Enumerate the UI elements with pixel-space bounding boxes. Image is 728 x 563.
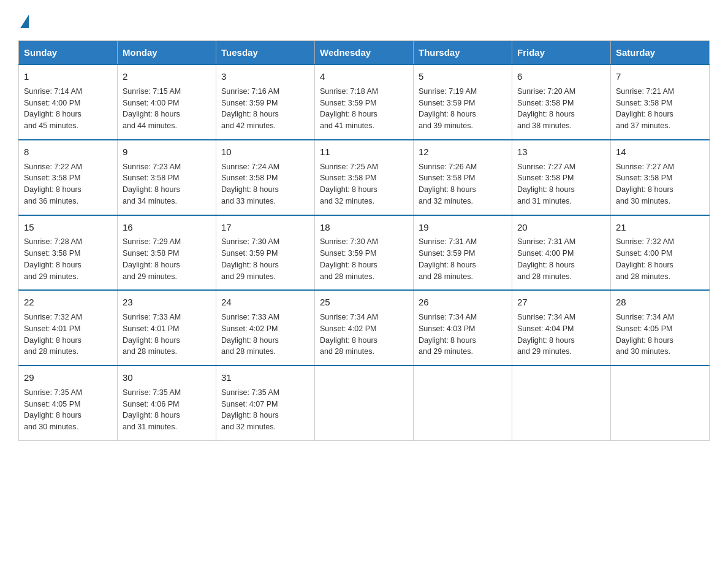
calendar-cell: 28Sunrise: 7:34 AMSunset: 4:05 PMDayligh… (611, 290, 710, 366)
calendar-cell: 22Sunrise: 7:32 AMSunset: 4:01 PMDayligh… (19, 290, 118, 366)
calendar-cell (512, 366, 611, 440)
calendar-cell: 18Sunrise: 7:30 AMSunset: 3:59 PMDayligh… (315, 215, 414, 291)
col-header-monday: Monday (118, 41, 216, 65)
day-info: Sunrise: 7:19 AMSunset: 3:59 PMDaylight:… (419, 86, 507, 132)
day-number: 30 (123, 371, 211, 385)
calendar-cell: 30Sunrise: 7:35 AMSunset: 4:06 PMDayligh… (118, 366, 216, 440)
col-header-tuesday: Tuesday (216, 41, 315, 65)
calendar-cell: 14Sunrise: 7:27 AMSunset: 3:58 PMDayligh… (611, 140, 710, 215)
day-number: 19 (419, 221, 507, 234)
day-number: 18 (320, 221, 408, 234)
day-info: Sunrise: 7:14 AMSunset: 4:00 PMDaylight:… (24, 86, 112, 132)
day-info: Sunrise: 7:33 AMSunset: 4:02 PMDaylight:… (221, 312, 309, 358)
day-number: 14 (616, 145, 704, 159)
day-number: 4 (320, 70, 408, 83)
calendar-cell: 15Sunrise: 7:28 AMSunset: 3:58 PMDayligh… (19, 215, 118, 291)
calendar-cell: 11Sunrise: 7:25 AMSunset: 3:58 PMDayligh… (315, 140, 414, 215)
calendar-cell: 10Sunrise: 7:24 AMSunset: 3:58 PMDayligh… (216, 140, 315, 215)
day-info: Sunrise: 7:34 AMSunset: 4:03 PMDaylight:… (419, 312, 507, 358)
calendar-cell: 24Sunrise: 7:33 AMSunset: 4:02 PMDayligh… (216, 290, 315, 366)
calendar-cell: 25Sunrise: 7:34 AMSunset: 4:02 PMDayligh… (315, 290, 414, 366)
day-number: 28 (616, 296, 704, 309)
day-number: 23 (123, 296, 211, 309)
calendar-cell: 31Sunrise: 7:35 AMSunset: 4:07 PMDayligh… (216, 366, 315, 440)
day-number: 21 (616, 221, 704, 234)
calendar-cell (414, 366, 512, 440)
day-info: Sunrise: 7:22 AMSunset: 3:58 PMDaylight:… (24, 161, 112, 207)
day-info: Sunrise: 7:29 AMSunset: 3:58 PMDaylight:… (123, 236, 211, 282)
day-info: Sunrise: 7:30 AMSunset: 3:59 PMDaylight:… (320, 236, 408, 282)
day-info: Sunrise: 7:32 AMSunset: 4:01 PMDaylight:… (24, 312, 112, 358)
calendar-cell: 16Sunrise: 7:29 AMSunset: 3:58 PMDayligh… (118, 215, 216, 291)
col-header-wednesday: Wednesday (315, 41, 414, 65)
day-info: Sunrise: 7:34 AMSunset: 4:05 PMDaylight:… (616, 312, 704, 358)
page-header (18, 12, 710, 28)
day-info: Sunrise: 7:35 AMSunset: 4:06 PMDaylight:… (123, 387, 211, 433)
calendar-cell: 2Sunrise: 7:15 AMSunset: 4:00 PMDaylight… (118, 64, 216, 140)
calendar-cell: 13Sunrise: 7:27 AMSunset: 3:58 PMDayligh… (512, 140, 611, 215)
day-number: 29 (24, 371, 112, 385)
calendar-cell: 19Sunrise: 7:31 AMSunset: 3:59 PMDayligh… (414, 215, 512, 291)
day-number: 12 (419, 145, 507, 159)
day-info: Sunrise: 7:31 AMSunset: 4:00 PMDaylight:… (517, 236, 605, 282)
day-info: Sunrise: 7:24 AMSunset: 3:58 PMDaylight:… (221, 161, 309, 207)
calendar-cell: 27Sunrise: 7:34 AMSunset: 4:04 PMDayligh… (512, 290, 611, 366)
day-number: 8 (24, 145, 112, 159)
calendar-cell: 8Sunrise: 7:22 AMSunset: 3:58 PMDaylight… (19, 140, 118, 215)
calendar-cell: 7Sunrise: 7:21 AMSunset: 3:58 PMDaylight… (611, 64, 710, 140)
day-info: Sunrise: 7:21 AMSunset: 3:58 PMDaylight:… (616, 86, 704, 132)
week-row-4: 22Sunrise: 7:32 AMSunset: 4:01 PMDayligh… (19, 290, 710, 366)
day-info: Sunrise: 7:35 AMSunset: 4:05 PMDaylight:… (24, 387, 112, 433)
calendar-cell: 4Sunrise: 7:18 AMSunset: 3:59 PMDaylight… (315, 64, 414, 140)
calendar-cell: 3Sunrise: 7:16 AMSunset: 3:59 PMDaylight… (216, 64, 315, 140)
day-number: 27 (517, 296, 605, 309)
calendar-cell: 17Sunrise: 7:30 AMSunset: 3:59 PMDayligh… (216, 215, 315, 291)
day-info: Sunrise: 7:23 AMSunset: 3:58 PMDaylight:… (123, 161, 211, 207)
day-info: Sunrise: 7:32 AMSunset: 4:00 PMDaylight:… (616, 236, 704, 282)
calendar-cell: 26Sunrise: 7:34 AMSunset: 4:03 PMDayligh… (414, 290, 512, 366)
calendar-cell: 9Sunrise: 7:23 AMSunset: 3:58 PMDaylight… (118, 140, 216, 215)
calendar-cell: 20Sunrise: 7:31 AMSunset: 4:00 PMDayligh… (512, 215, 611, 291)
day-info: Sunrise: 7:27 AMSunset: 3:58 PMDaylight:… (517, 161, 605, 207)
calendar-cell: 23Sunrise: 7:33 AMSunset: 4:01 PMDayligh… (118, 290, 216, 366)
day-number: 31 (221, 371, 309, 385)
calendar-cell (315, 366, 414, 440)
day-number: 6 (517, 70, 605, 83)
day-number: 17 (221, 221, 309, 234)
logo-top (18, 12, 29, 28)
day-number: 13 (517, 145, 605, 159)
day-info: Sunrise: 7:18 AMSunset: 3:59 PMDaylight:… (320, 86, 408, 132)
logo (18, 12, 29, 28)
day-number: 15 (24, 221, 112, 234)
day-number: 2 (123, 70, 211, 83)
calendar-cell (611, 366, 710, 440)
day-info: Sunrise: 7:34 AMSunset: 4:04 PMDaylight:… (517, 312, 605, 358)
col-header-thursday: Thursday (414, 41, 512, 65)
week-row-1: 1Sunrise: 7:14 AMSunset: 4:00 PMDaylight… (19, 64, 710, 140)
logo-triangle-icon (20, 15, 29, 28)
calendar-cell: 6Sunrise: 7:20 AMSunset: 3:58 PMDaylight… (512, 64, 611, 140)
day-number: 16 (123, 221, 211, 234)
day-number: 9 (123, 145, 211, 159)
week-row-3: 15Sunrise: 7:28 AMSunset: 3:58 PMDayligh… (19, 215, 710, 291)
week-row-2: 8Sunrise: 7:22 AMSunset: 3:58 PMDaylight… (19, 140, 710, 215)
day-number: 5 (419, 70, 507, 83)
day-number: 24 (221, 296, 309, 309)
day-info: Sunrise: 7:25 AMSunset: 3:58 PMDaylight:… (320, 161, 408, 207)
day-number: 20 (517, 221, 605, 234)
day-number: 22 (24, 296, 112, 309)
day-info: Sunrise: 7:34 AMSunset: 4:02 PMDaylight:… (320, 312, 408, 358)
col-header-sunday: Sunday (19, 41, 118, 65)
col-header-friday: Friday (512, 41, 611, 65)
calendar-cell: 29Sunrise: 7:35 AMSunset: 4:05 PMDayligh… (19, 366, 118, 440)
day-number: 26 (419, 296, 507, 309)
day-info: Sunrise: 7:35 AMSunset: 4:07 PMDaylight:… (221, 387, 309, 433)
day-number: 3 (221, 70, 309, 83)
day-number: 11 (320, 145, 408, 159)
day-number: 1 (24, 70, 112, 83)
calendar-header-row: SundayMondayTuesdayWednesdayThursdayFrid… (19, 41, 710, 65)
day-info: Sunrise: 7:16 AMSunset: 3:59 PMDaylight:… (221, 86, 309, 132)
day-info: Sunrise: 7:33 AMSunset: 4:01 PMDaylight:… (123, 312, 211, 358)
calendar-cell: 1Sunrise: 7:14 AMSunset: 4:00 PMDaylight… (19, 64, 118, 140)
day-number: 7 (616, 70, 704, 83)
